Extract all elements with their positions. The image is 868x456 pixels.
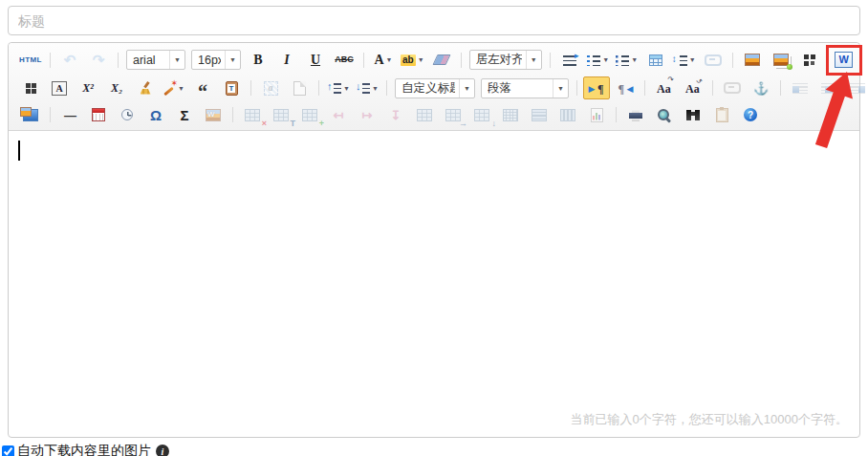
- bold-button[interactable]: B: [245, 49, 271, 72]
- table-icon: [649, 54, 662, 66]
- italic-button[interactable]: I: [273, 49, 300, 72]
- font-color-button[interactable]: A▼: [370, 49, 397, 72]
- formula-button[interactable]: Σ: [171, 103, 198, 126]
- merge-cells-icon: [417, 109, 432, 121]
- ordered-list-button[interactable]: ▼: [585, 49, 612, 72]
- ltr-button[interactable]: [583, 76, 610, 99]
- paragraph-select-value: 段落: [488, 80, 511, 97]
- separator: [318, 80, 319, 96]
- unordered-list-button[interactable]: ▼: [614, 49, 640, 72]
- title-input[interactable]: [8, 6, 860, 35]
- space-before-button[interactable]: ▼: [325, 76, 352, 99]
- split-rows-icon: [532, 109, 547, 121]
- insert-date-button[interactable]: [85, 103, 112, 126]
- chevron-down-icon: ▼: [178, 85, 184, 92]
- overlay-mark: →: [459, 119, 467, 128]
- align-select-value: 居左对齐: [476, 52, 522, 68]
- blockquote-button[interactable]: “: [189, 76, 216, 99]
- overlay-mark: +: [319, 119, 324, 128]
- char-border-button[interactable]: [46, 76, 73, 99]
- font-family-select[interactable]: arial▼: [126, 50, 185, 70]
- auto-download-checkbox[interactable]: [2, 445, 14, 456]
- merge-down-button: ↓: [468, 103, 495, 126]
- highlight-color-button[interactable]: ab▼: [399, 49, 426, 72]
- overlay-mark: ↓: [492, 119, 497, 128]
- chevron-down-icon: ▼: [602, 56, 609, 63]
- image-float-left-button: [787, 76, 814, 99]
- paragraph-select[interactable]: 段落▼: [481, 78, 569, 98]
- blocks-button[interactable]: [17, 76, 44, 99]
- footer-options: 自动下载内容里的图片 i: [2, 443, 868, 456]
- preview-button[interactable]: [651, 103, 678, 126]
- format-brush-button[interactable]: [132, 76, 159, 99]
- text-caret: [18, 141, 20, 161]
- separator: [712, 80, 713, 96]
- merge-right-button: →: [440, 103, 467, 126]
- merge-down-icon: [474, 109, 489, 121]
- strikethrough-button[interactable]: ABC: [331, 49, 358, 72]
- anchor-button[interactable]: ⚓: [748, 76, 774, 99]
- html-source-icon: HTML: [19, 56, 42, 64]
- separator: [363, 53, 364, 68]
- to-lowercase-button[interactable]: [680, 76, 706, 99]
- align-select[interactable]: 居左对齐▼: [469, 50, 542, 70]
- separator: [232, 107, 233, 122]
- omega-icon: Ω: [150, 108, 162, 122]
- insert-time-button[interactable]: [114, 103, 141, 126]
- custom-title-select-value: 自定义标题: [401, 80, 455, 97]
- line-height-button[interactable]: ▼: [671, 49, 698, 72]
- custom-title-select[interactable]: 自定义标题▼: [395, 78, 475, 98]
- undo-icon: ↶: [64, 53, 76, 67]
- insert-row-button: +: [296, 103, 323, 126]
- auto-typeset-button[interactable]: ▼: [161, 76, 187, 99]
- separator: [461, 53, 462, 68]
- unlink-icon: [724, 82, 741, 94]
- rtl-button[interactable]: [612, 76, 639, 99]
- multi-image-button[interactable]: [768, 49, 794, 72]
- to-uppercase-button[interactable]: [651, 76, 678, 99]
- separator: [50, 53, 51, 68]
- editor-content-area[interactable]: [9, 131, 859, 366]
- redo-button: ↷: [85, 49, 112, 72]
- attachment-button[interactable]: [865, 49, 868, 72]
- html-source-button[interactable]: HTML: [17, 49, 44, 72]
- subscript-button[interactable]: X₂: [103, 76, 130, 99]
- blank-page-icon: [293, 81, 306, 96]
- indent-button[interactable]: [556, 49, 583, 72]
- space-after-button[interactable]: ▼: [354, 76, 380, 99]
- insert-col-left-button: ↤: [325, 103, 352, 126]
- title-bar: [0, 0, 868, 35]
- horizontal-rule-button[interactable]: —: [56, 103, 83, 126]
- unordered-list-icon: [616, 54, 629, 66]
- delete-table-icon: [245, 109, 260, 121]
- superscript-button[interactable]: X²: [75, 76, 101, 99]
- underline-button[interactable]: U: [302, 49, 329, 72]
- info-icon[interactable]: i: [156, 445, 169, 456]
- underline-icon: U: [311, 54, 320, 67]
- word-import-button[interactable]: W: [831, 49, 857, 72]
- image-manager-button[interactable]: [796, 49, 823, 72]
- chevron-down-icon: ▼: [169, 51, 184, 69]
- remove-format-button[interactable]: [428, 49, 455, 72]
- subscript-icon: X₂: [111, 82, 122, 94]
- font-size-select[interactable]: 16px▼: [191, 50, 241, 70]
- image-float-right-button: [844, 76, 868, 99]
- chevron-down-icon: ▼: [343, 85, 350, 92]
- insert-image-button[interactable]: [739, 49, 766, 72]
- insert-row-icon: [302, 109, 317, 121]
- ordered-list-icon: [587, 54, 600, 66]
- find-replace-button[interactable]: [680, 103, 706, 126]
- chevron-down-icon: ▼: [225, 51, 240, 69]
- annotation-highlight-box: W: [826, 45, 862, 76]
- print-button[interactable]: [622, 103, 649, 126]
- word-image-icon: [206, 109, 221, 121]
- chevron-down-icon: ▼: [689, 56, 696, 63]
- insert-table-button[interactable]: [642, 49, 669, 72]
- paste-text-button[interactable]: [218, 76, 245, 99]
- binoculars-icon: [686, 110, 700, 120]
- screenshot-button[interactable]: [17, 103, 44, 126]
- special-char-button[interactable]: Ω: [142, 103, 169, 126]
- space-after-icon: [356, 82, 370, 94]
- lowercase-icon: [685, 82, 701, 95]
- help-button[interactable]: [737, 103, 764, 126]
